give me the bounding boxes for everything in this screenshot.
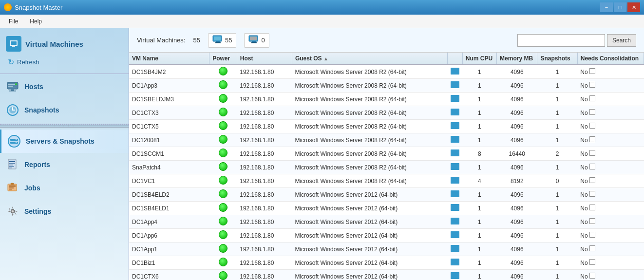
consolidation-checkbox[interactable]: [589, 150, 595, 156]
cell-power: [209, 147, 237, 161]
refresh-label: Refresh: [17, 58, 39, 66]
powered-on-box: 55: [208, 33, 236, 48]
cell-snapshots: 1: [537, 270, 577, 280]
col-memory[interactable]: Memory MB: [497, 53, 537, 65]
cell-vm-icon: [447, 256, 462, 270]
consolidation-checkbox[interactable]: [589, 95, 595, 101]
consolidation-checkbox[interactable]: [589, 218, 595, 224]
cell-snapshots: 1: [537, 243, 577, 256]
vm-type-icon: [451, 122, 459, 129]
table-row: DC1SB4JM2 192.168.1.80 Microsoft Windows…: [129, 65, 644, 79]
power-indicator: [219, 121, 227, 130]
consolidation-checkbox[interactable]: [589, 109, 595, 115]
sidebar-item-jobs[interactable]: Jobs: [0, 176, 129, 200]
cell-snapshots: 1: [537, 202, 577, 215]
cell-guest-os: Microsoft Windows Server 2008 R2 (64-bit…: [292, 65, 447, 79]
sidebar-divider: · · · · ·: [0, 124, 129, 128]
consolidation-checkbox[interactable]: [589, 259, 595, 265]
title-bar-controls: − □ ✕: [600, 2, 640, 12]
cell-vm-name: DC1CTX3: [129, 106, 209, 120]
cell-vm-name: DC1App6: [129, 229, 209, 243]
close-button[interactable]: ✕: [627, 2, 640, 12]
cell-consolidation: No: [577, 120, 644, 133]
vm-type-icon: [451, 245, 459, 252]
cell-vm-icon: [447, 120, 462, 133]
col-cpu[interactable]: Num CPU: [462, 53, 496, 65]
svg-point-17: [16, 142, 17, 143]
snapshots-icon: [6, 103, 19, 117]
cell-memory: 4096: [497, 229, 537, 243]
cell-cpu: 1: [462, 215, 496, 229]
sidebar-item-snapshots[interactable]: Snapshots: [0, 98, 129, 122]
refresh-button[interactable]: ↻ Refresh: [4, 56, 125, 69]
search-button[interactable]: Search: [607, 34, 636, 47]
cell-guest-os: Microsoft Windows Server 2012 (64-bit): [292, 243, 447, 256]
cell-memory: 8192: [497, 174, 537, 188]
svg-rect-36: [250, 37, 257, 40]
maximize-button[interactable]: □: [614, 2, 626, 12]
cell-host: 192.168.1.80: [237, 174, 292, 188]
col-icon[interactable]: [447, 53, 462, 65]
sidebar-item-hosts[interactable]: Hosts: [0, 74, 129, 98]
cell-consolidation: No: [577, 256, 644, 270]
sidebar-bottom: Servers & Snapshots Reports: [0, 130, 129, 280]
cell-vm-icon: [447, 215, 462, 229]
vm-table-container[interactable]: VM Name Power Host Guest OS ▲ Num CPU Me…: [129, 53, 644, 280]
consolidation-checkbox[interactable]: [589, 205, 595, 210]
minimize-button[interactable]: −: [600, 2, 613, 12]
cell-snapshots: 1: [537, 133, 577, 147]
consolidation-checkbox[interactable]: [589, 82, 595, 88]
content-topbar: Virtual Machines: 55 55: [129, 28, 644, 53]
col-power[interactable]: Power: [209, 53, 237, 65]
cell-memory: 4096: [497, 270, 537, 280]
cell-consolidation: No: [577, 133, 644, 147]
consolidation-checkbox[interactable]: [589, 273, 595, 279]
consolidation-checkbox[interactable]: [589, 164, 595, 169]
vm-table: VM Name Power Host Guest OS ▲ Num CPU Me…: [129, 53, 644, 280]
settings-icon: [6, 205, 19, 218]
cell-vm-name: DC1Biz1: [129, 256, 209, 270]
consolidation-checkbox[interactable]: [589, 232, 595, 238]
sidebar-item-reports[interactable]: Reports: [0, 153, 129, 176]
powered-off-box: 0: [244, 33, 269, 48]
col-guest-os[interactable]: Guest OS ▲: [292, 53, 447, 65]
consolidation-checkbox[interactable]: [589, 191, 595, 197]
table-row: DC1App4 192.168.1.80 Microsoft Windows S…: [129, 215, 644, 229]
power-indicator: [219, 258, 227, 266]
col-consolidation[interactable]: Needs Consolidation: [577, 53, 644, 65]
sidebar-item-servers-snapshots[interactable]: Servers & Snapshots: [0, 130, 129, 153]
menu-help[interactable]: Help: [25, 16, 47, 27]
col-snapshots[interactable]: Snapshots: [537, 53, 577, 65]
consolidation-checkbox[interactable]: [589, 123, 595, 129]
consolidation-checkbox[interactable]: [589, 136, 595, 142]
virtual-machines-header: Virtual Machines: [4, 33, 125, 56]
cell-snapshots: 1: [537, 229, 577, 243]
svg-rect-26: [9, 187, 14, 188]
col-vm-name[interactable]: VM Name: [129, 53, 209, 65]
search-input[interactable]: [517, 34, 605, 47]
sidebar-item-settings[interactable]: Settings: [0, 200, 129, 223]
cell-vm-icon: [447, 65, 462, 79]
cell-consolidation: No: [577, 243, 644, 256]
powered-on-icon: [212, 35, 223, 46]
vm-count-label: Virtual Machines:: [137, 37, 185, 44]
powered-off-count: 0: [261, 37, 265, 44]
cell-guest-os: Microsoft Windows Server 2008 R2 (64-bit…: [292, 161, 447, 174]
cell-power: [209, 229, 237, 243]
cell-cpu: 1: [462, 229, 496, 243]
menu-file[interactable]: File: [4, 16, 23, 27]
consolidation-checkbox[interactable]: [589, 177, 595, 183]
table-row: DC1CTX5 192.168.1.80 Microsoft Windows S…: [129, 120, 644, 133]
cell-snapshots: 1: [537, 256, 577, 270]
cell-consolidation: No: [577, 202, 644, 215]
servers-snapshots-label: Servers & Snapshots: [26, 137, 95, 145]
cell-snapshots: 1: [537, 161, 577, 174]
cell-power: [209, 79, 237, 93]
consolidation-checkbox[interactable]: [589, 68, 595, 74]
consolidation-checkbox[interactable]: [589, 245, 595, 251]
col-host[interactable]: Host: [237, 53, 292, 65]
cell-guest-os: Microsoft Windows Server 2008 R2 (64-bit…: [292, 106, 447, 120]
vm-type-icon: [451, 190, 459, 197]
svg-rect-23: [9, 168, 12, 168]
power-indicator: [219, 189, 227, 198]
